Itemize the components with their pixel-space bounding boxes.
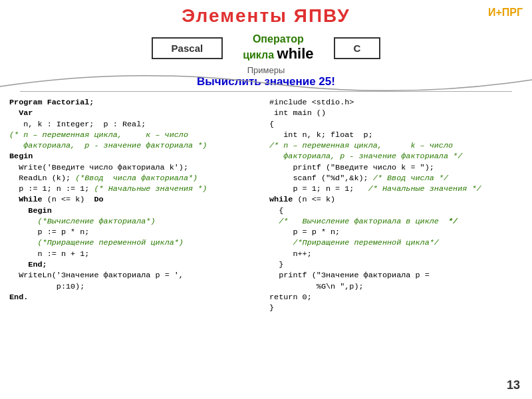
subtitle-small: Примеры xyxy=(0,65,532,75)
pascal-button[interactable]: Pascal xyxy=(152,37,223,59)
header: Элементы ЯПВУ И+ПРГ xyxy=(0,0,532,29)
divider xyxy=(20,91,512,92)
c-button[interactable]: C xyxy=(334,37,381,59)
pascal-code-column: Program Factorial; Var n, k : Integer; p… xyxy=(9,97,263,313)
nav-row: Pascal Оператор цикла while C xyxy=(0,33,532,63)
subtitle-big: Вычислить значение 25! xyxy=(0,75,532,88)
operator-label: Оператор цикла while xyxy=(223,33,333,63)
top-right-label: И+ПРГ xyxy=(488,7,523,19)
operator-text: Оператор цикла while xyxy=(243,33,313,63)
c-code-column: #include <stdio.h> int main () { int n, … xyxy=(269,97,523,313)
subtitle-area: Примеры Вычислить значение 25! xyxy=(0,65,532,88)
pascal-code-text: Program Factorial; Var n, k : Integer; p… xyxy=(9,98,207,302)
code-area: Program Factorial; Var n, k : Integer; p… xyxy=(0,94,532,315)
c-code-text: #include <stdio.h> int main () { int n, … xyxy=(269,98,481,313)
while-label: while xyxy=(277,45,314,62)
page-number: 13 xyxy=(507,378,520,392)
main-title: Элементы ЯПВУ xyxy=(0,5,532,27)
